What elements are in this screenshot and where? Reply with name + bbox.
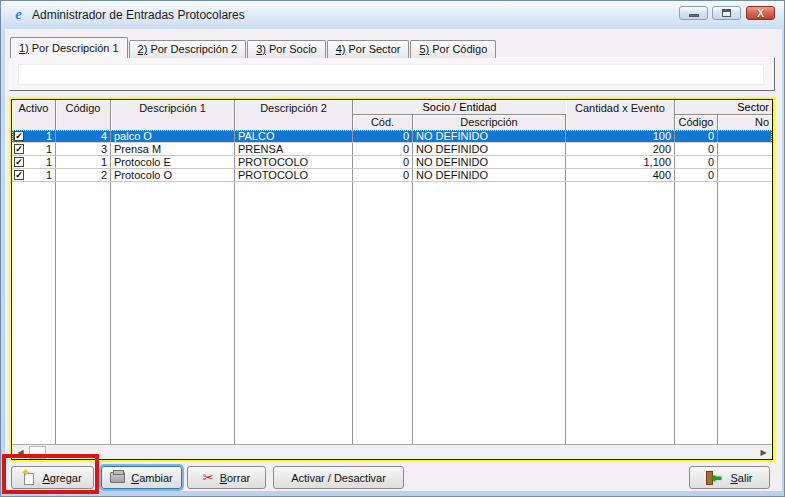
cell-codigo: 2 bbox=[56, 169, 111, 181]
column-header-activo[interactable]: Activo bbox=[12, 100, 56, 130]
activo-value: 1 bbox=[46, 156, 52, 168]
cambiar-button[interactable]: Cambiar bbox=[101, 466, 182, 489]
cell-sector-nombre bbox=[718, 156, 772, 168]
cell-codigo: 3 bbox=[56, 143, 111, 155]
tab-label: Por Socio bbox=[269, 43, 317, 55]
tab-accel: 4) bbox=[336, 43, 346, 55]
column-header-codigo[interactable]: Código bbox=[56, 100, 111, 130]
tab-accel: 5) bbox=[419, 43, 429, 55]
cell-socio-descripcion: NO DEFINIDO bbox=[413, 130, 566, 142]
tab-por-codigo[interactable]: 5)Por Código bbox=[410, 40, 496, 58]
tab-accel: 3) bbox=[256, 43, 266, 55]
agregar-button[interactable]: ✦ Agregar bbox=[11, 466, 94, 489]
grid-empty-area bbox=[12, 182, 772, 444]
cell-cantidad: 1,100 bbox=[566, 156, 675, 168]
cell-sector-nombre bbox=[718, 169, 772, 181]
maximize-button[interactable] bbox=[712, 6, 741, 20]
column-header-descripcion-1[interactable]: Descripción 1 bbox=[111, 100, 235, 130]
scroll-left-arrow-icon[interactable]: ◀ bbox=[13, 446, 28, 459]
tab-por-descripcion-2[interactable]: 2)Por Descripción 2 bbox=[129, 40, 247, 58]
salir-label: Salir bbox=[730, 472, 752, 484]
table-row[interactable]: ✓1 2 Protocolo O PROTOCOLO 0 NO DEFINIDO… bbox=[12, 169, 772, 182]
salir-button[interactable]: ⬅ Salir bbox=[689, 466, 770, 489]
activo-checkbox[interactable]: ✓ bbox=[14, 157, 24, 167]
minimize-button[interactable] bbox=[679, 6, 708, 20]
cell-descripcion-1: Protocolo O bbox=[111, 169, 235, 181]
title-bar: e Administrador de Entradas Protocolares… bbox=[1, 1, 785, 29]
cell-descripcion-2: PALCO bbox=[235, 130, 353, 142]
tab-label: Por Código bbox=[432, 43, 487, 55]
tab-label: Por Descripción 1 bbox=[32, 42, 119, 54]
activo-value: 1 bbox=[46, 130, 52, 142]
tab-label: Por Descripción 2 bbox=[150, 43, 237, 55]
activar-desactivar-button[interactable]: Activar / Desactivar bbox=[273, 466, 404, 489]
cell-descripcion-2: PRENSA bbox=[235, 143, 353, 155]
activar-desactivar-label: Activar / Desactivar bbox=[291, 472, 386, 484]
tab-accel: 1) bbox=[19, 42, 29, 54]
entries-grid: Activo Código Descripción 1 Descripción … bbox=[9, 97, 775, 462]
cell-socio-cod: 0 bbox=[353, 156, 413, 168]
cell-socio-cod: 0 bbox=[353, 143, 413, 155]
tab-strip: 1)Por Descripción 1 2)Por Descripción 2 … bbox=[10, 37, 497, 58]
new-page-star-icon: ✦ bbox=[23, 471, 36, 485]
tab-label: Por Sector bbox=[348, 43, 400, 55]
column-header-descripcion-2[interactable]: Descripción 2 bbox=[235, 100, 353, 130]
minimize-icon bbox=[689, 14, 699, 17]
scrollbar-thumb[interactable] bbox=[29, 446, 46, 459]
activo-checkbox[interactable]: ✓ bbox=[14, 170, 24, 180]
close-button[interactable]: X bbox=[746, 6, 775, 20]
tab-por-socio[interactable]: 3)Por Socio bbox=[247, 40, 325, 58]
horizontal-scrollbar[interactable]: ◀ ▶ bbox=[12, 444, 772, 459]
table-row[interactable]: ✓1 4 palco O PALCO 0 NO DEFINIDO 100 0 bbox=[12, 130, 772, 143]
cell-descripcion-2: PROTOCOLO bbox=[235, 156, 353, 168]
cell-codigo: 4 bbox=[56, 130, 111, 142]
search-input[interactable] bbox=[18, 64, 764, 85]
cell-cantidad: 200 bbox=[566, 143, 675, 155]
cell-sector-codigo: 0 bbox=[675, 130, 718, 142]
cell-sector-codigo: 0 bbox=[675, 143, 718, 155]
client-area: 1)Por Descripción 1 2)Por Descripción 2 … bbox=[5, 29, 782, 491]
cell-sector-nombre bbox=[718, 143, 772, 155]
group-header-sector[interactable]: Sector bbox=[675, 100, 772, 115]
window-title: Administrador de Entradas Protocolares bbox=[32, 8, 245, 22]
cell-socio-descripcion: NO DEFINIDO bbox=[413, 169, 566, 181]
tab-por-descripcion-1[interactable]: 1)Por Descripción 1 bbox=[10, 37, 128, 58]
agregar-label: Agregar bbox=[42, 472, 81, 484]
scissors-icon: ✂ bbox=[203, 471, 214, 484]
tab-accel: 2) bbox=[138, 43, 148, 55]
table-row[interactable]: ✓1 1 Protocolo E PROTOCOLO 0 NO DEFINIDO… bbox=[12, 156, 772, 169]
tab-por-sector[interactable]: 4)Por Sector bbox=[327, 40, 410, 58]
column-header-sector-codigo[interactable]: Código bbox=[675, 115, 718, 130]
column-header-socio-descripcion[interactable]: Descripción bbox=[413, 115, 566, 130]
column-header-sector-nombre[interactable]: No bbox=[718, 115, 772, 130]
grid-header: Activo Código Descripción 1 Descripción … bbox=[12, 100, 772, 130]
column-header-socio-cod[interactable]: Cód. bbox=[353, 115, 413, 130]
borrar-button[interactable]: ✂ Borrar bbox=[187, 466, 266, 489]
activo-checkbox[interactable]: ✓ bbox=[14, 144, 24, 154]
app-window: e Administrador de Entradas Protocolares… bbox=[0, 0, 785, 497]
close-icon: X bbox=[757, 8, 764, 19]
tab-page-panel bbox=[9, 57, 775, 91]
column-header-cantidad-x-evento[interactable]: Cantidad x Evento bbox=[566, 100, 675, 130]
scroll-right-arrow-icon[interactable]: ▶ bbox=[756, 446, 771, 459]
cell-descripcion-1: Prensa M bbox=[111, 143, 235, 155]
cell-socio-cod: 0 bbox=[353, 130, 413, 142]
cell-sector-codigo: 0 bbox=[675, 156, 718, 168]
activo-value: 1 bbox=[46, 169, 52, 181]
drawer-icon bbox=[110, 472, 125, 483]
cell-descripcion-2: PROTOCOLO bbox=[235, 169, 353, 181]
activo-checkbox[interactable]: ✓ bbox=[14, 131, 24, 141]
cell-socio-descripcion: NO DEFINIDO bbox=[413, 156, 566, 168]
cambiar-label: Cambiar bbox=[131, 472, 173, 484]
table-row[interactable]: ✓1 3 Prensa M PRENSA 0 NO DEFINIDO 200 0 bbox=[12, 143, 772, 156]
group-header-socio-entidad[interactable]: Socio / Entidad bbox=[353, 100, 566, 115]
cell-sector-nombre bbox=[718, 130, 772, 142]
exit-door-icon: ⬅ bbox=[706, 471, 724, 485]
cell-sector-codigo: 0 bbox=[675, 169, 718, 181]
cell-descripcion-1: palco O bbox=[111, 130, 235, 142]
borrar-label: Borrar bbox=[220, 472, 251, 484]
cell-socio-cod: 0 bbox=[353, 169, 413, 181]
cell-cantidad: 400 bbox=[566, 169, 675, 181]
cell-socio-descripcion: NO DEFINIDO bbox=[413, 143, 566, 155]
app-logo-icon: e bbox=[10, 6, 27, 23]
